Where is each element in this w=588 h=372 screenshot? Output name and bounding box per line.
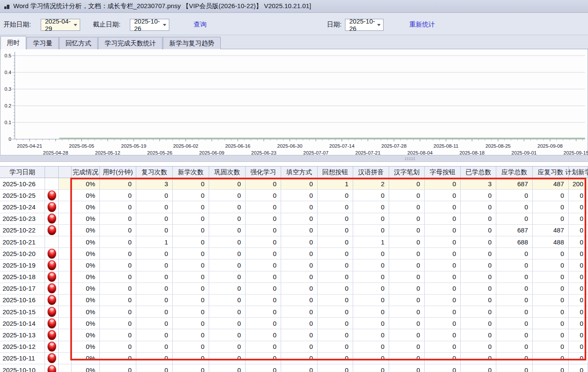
chevron-down-icon[interactable] bbox=[163, 24, 166, 26]
table-row[interactable]: 2025-10-190%00000000000000 bbox=[0, 259, 588, 271]
red-ball-status-icon bbox=[48, 318, 56, 328]
cell-spacer bbox=[59, 271, 72, 283]
red-ball-status-icon bbox=[48, 249, 56, 259]
cell-study-date: 2025-10-22 bbox=[0, 225, 45, 236]
cell-应学总数: 0 bbox=[496, 271, 533, 283]
cell-汉语拼音: 0 bbox=[353, 225, 389, 236]
table-row[interactable]: 2025-10-100%00000000000000 bbox=[0, 364, 588, 372]
cell-字母按钮: 0 bbox=[425, 225, 461, 236]
table-row[interactable]: 2025-10-250%00000000000000 bbox=[0, 190, 588, 201]
cell-字母按钮: 0 bbox=[425, 190, 461, 201]
cell-应复习数: 0 bbox=[533, 353, 569, 364]
column-header-应学总数[interactable]: 应学总数 bbox=[496, 167, 533, 178]
red-ball-status-icon bbox=[48, 202, 56, 212]
recalculate-button[interactable]: 重新统计 bbox=[409, 20, 435, 28]
cell-spacer bbox=[59, 283, 72, 294]
cell-复习次数: 0 bbox=[136, 201, 173, 212]
cell-完成情况: 0% bbox=[72, 364, 100, 372]
column-header-汉语拼音[interactable]: 汉语拼音 bbox=[353, 167, 389, 178]
svg-text:2025-08-18: 2025-08-18 bbox=[459, 150, 485, 155]
table-row[interactable]: 2025-10-170%00000000000000 bbox=[0, 283, 588, 295]
horizontal-splitter[interactable] bbox=[0, 155, 588, 162]
table-row[interactable]: 2025-10-230%00000000000000 bbox=[0, 213, 588, 225]
column-header-复习次数[interactable]: 复习次数 bbox=[136, 167, 173, 178]
cell-用时(分钟): 0 bbox=[100, 225, 136, 236]
column-header-应复习数[interactable]: 应复习数 bbox=[533, 167, 569, 178]
column-header-填空方式[interactable]: 填空方式 bbox=[281, 167, 318, 178]
table-row[interactable]: 2025-10-180%00000000000000 bbox=[0, 271, 588, 283]
cell-已学总数: 0 bbox=[461, 225, 496, 236]
cell-完成情况: 0% bbox=[72, 318, 100, 329]
tab-回忆方式[interactable]: 回忆方式 bbox=[59, 37, 98, 49]
cell-汉语拼音: 0 bbox=[353, 329, 389, 340]
cell-字母按钮: 0 bbox=[425, 178, 461, 189]
cell-已学总数: 0 bbox=[461, 318, 496, 329]
cell-应复习数: 0 bbox=[533, 306, 569, 317]
table-row[interactable]: 2025-10-200%00000000000000 bbox=[0, 248, 588, 259]
column-header-巩固次数[interactable]: 巩固次数 bbox=[209, 167, 246, 178]
column-header-字母按钮[interactable]: 字母按钮 bbox=[425, 167, 461, 178]
chevron-down-icon[interactable] bbox=[74, 24, 77, 26]
cell-应复习数: 0 bbox=[533, 201, 569, 212]
cell-填空方式: 0 bbox=[281, 295, 318, 306]
table-row[interactable]: 2025-10-150%00000000000000 bbox=[0, 306, 588, 318]
table-row[interactable]: 2025-10-240%00000000000000 bbox=[0, 201, 588, 213]
svg-text:2025-08-25: 2025-08-25 bbox=[486, 143, 511, 149]
cell-新学次数: 0 bbox=[173, 306, 209, 317]
column-header-已学总数[interactable]: 已学总数 bbox=[461, 167, 496, 178]
table-row[interactable]: 2025-10-110%00000000000000 bbox=[0, 353, 588, 364]
column-header-强化学习[interactable]: 强化学习 bbox=[246, 167, 281, 178]
cell-复习次数: 0 bbox=[136, 364, 173, 372]
cell-应学总数: 0 bbox=[496, 353, 533, 364]
tab-学习完成天数统计[interactable]: 学习完成天数统计 bbox=[98, 37, 162, 49]
cell-新学次数: 0 bbox=[173, 329, 209, 340]
table-row[interactable]: 2025-10-160%00000000000000 bbox=[0, 295, 588, 306]
cell-巩固次数: 0 bbox=[209, 225, 246, 236]
table-row[interactable]: 2025-10-210%010000010006884880 bbox=[0, 236, 588, 248]
cell-spacer bbox=[59, 248, 72, 259]
cell-复习次数: 1 bbox=[136, 236, 173, 247]
column-header-汉字笔划[interactable]: 汉字笔划 bbox=[389, 167, 425, 178]
cell-用时(分钟): 0 bbox=[100, 178, 136, 189]
cell-用时(分钟): 0 bbox=[100, 341, 136, 352]
cell-status bbox=[45, 225, 59, 236]
cell-填空方式: 0 bbox=[281, 259, 318, 271]
cell-status bbox=[45, 201, 59, 212]
cell-巩固次数: 0 bbox=[209, 213, 246, 224]
table-row[interactable]: 2025-10-140%00000000000000 bbox=[0, 318, 588, 329]
end-date-input[interactable]: 2025-10-26 bbox=[130, 19, 169, 31]
tab-用时[interactable]: 用时 bbox=[0, 36, 26, 49]
cell-强化学习: 0 bbox=[246, 341, 281, 352]
column-header-用时(分钟)[interactable]: 用时(分钟) bbox=[100, 167, 136, 178]
cell-计划新学: 0 bbox=[569, 259, 588, 271]
start-date-input[interactable]: 2025-04-29 bbox=[41, 19, 80, 31]
table-row[interactable]: 2025-10-120%00000000000000 bbox=[0, 341, 588, 353]
column-header-回想按钮[interactable]: 回想按钮 bbox=[318, 167, 353, 178]
tab-学习量[interactable]: 学习量 bbox=[27, 37, 59, 49]
table-row[interactable]: 2025-10-130%00000000000000 bbox=[0, 329, 588, 341]
cell-回想按钮: 1 bbox=[318, 178, 353, 189]
column-header-学习日期[interactable]: 学习日期 bbox=[0, 167, 45, 178]
column-header-新学次数[interactable]: 新学次数 bbox=[173, 167, 209, 178]
tab-新学与复习趋势[interactable]: 新学与复习趋势 bbox=[163, 37, 221, 49]
cell-汉字笔划: 0 bbox=[389, 259, 425, 271]
cell-spacer bbox=[59, 329, 72, 340]
cell-汉语拼音: 1 bbox=[353, 236, 389, 247]
column-header-计划新学[interactable]: 计划新学 bbox=[569, 167, 588, 178]
cell-应学总数: 0 bbox=[496, 248, 533, 259]
cell-复习次数: 0 bbox=[136, 248, 173, 259]
cell-回想按钮: 0 bbox=[318, 341, 353, 352]
cell-完成情况: 0% bbox=[72, 248, 100, 259]
date-input[interactable]: 2025-10-26 bbox=[345, 19, 384, 31]
cell-汉语拼音: 0 bbox=[353, 295, 389, 306]
cell-汉字笔划: 0 bbox=[389, 306, 425, 317]
table-row[interactable]: 2025-10-220%000000000006874870 bbox=[0, 225, 588, 236]
query-button[interactable]: 查询 bbox=[194, 20, 207, 28]
chevron-down-icon[interactable] bbox=[377, 24, 381, 26]
table-row[interactable]: 2025-10-260%03000012003687487200 bbox=[0, 178, 588, 190]
column-header-完成情况[interactable]: 完成情况 bbox=[72, 167, 100, 178]
cell-回想按钮: 0 bbox=[318, 236, 353, 247]
cell-study-date: 2025-10-23 bbox=[0, 213, 45, 224]
date-value: 2025-10-26 bbox=[349, 18, 375, 32]
svg-text:0.5: 0.5 bbox=[5, 53, 12, 58]
